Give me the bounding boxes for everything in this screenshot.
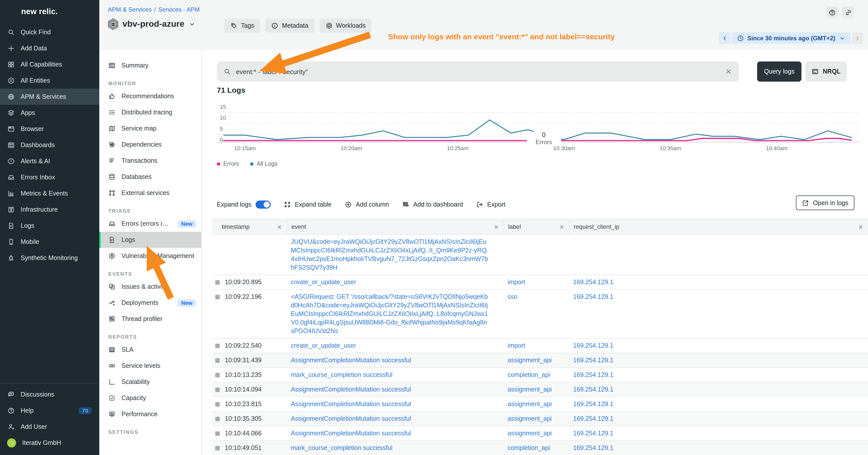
global-nav-item-apps[interactable]: Apps — [0, 105, 99, 121]
column-header-timestamp[interactable]: timestamp — [212, 219, 287, 234]
log-search-input[interactable]: event:* -"label":"security" — [217, 62, 739, 82]
query-logs-button[interactable]: Query logs — [757, 62, 802, 82]
entity-nav-item-distributed-tracing[interactable]: Distributed tracing — [99, 104, 201, 121]
entity-nav-item-dependencies[interactable]: Dependencies — [99, 136, 201, 153]
column-header-event[interactable]: event — [287, 219, 503, 234]
event-link[interactable]: AssignmentCompletionMutation successful — [291, 386, 411, 393]
logs-timeseries-chart[interactable]: 15105010:15am10:20am10:25am10:30am10:35a… — [217, 102, 862, 153]
entity-nav-item-thread-profiler[interactable]: Thread profiler — [99, 311, 201, 327]
global-nav-item-dashboards[interactable]: Dashboards — [0, 137, 99, 153]
global-nav-item-all-capabilities[interactable]: All Capabilities — [0, 57, 99, 72]
request-client-ip-link[interactable]: 169.254.129.1 — [573, 386, 614, 393]
remove-column-event-icon[interactable] — [494, 224, 499, 229]
row-handle[interactable] — [215, 388, 220, 392]
global-nav-item-all-entities[interactable]: All Entities — [0, 72, 99, 89]
event-link[interactable]: JUQVU&code=eyJraWQiOiJjcGltY29yZV8wOTl1M… — [291, 238, 489, 271]
tags-button[interactable]: Tags — [224, 19, 260, 33]
open-in-logs-button[interactable]: Open in logs — [796, 195, 855, 210]
event-link[interactable]: create_or_update_user — [291, 342, 356, 349]
entity-nav-item-vulnerability-management[interactable]: Vulnerability Management — [99, 248, 201, 264]
global-nav-item-help[interactable]: Help70 — [0, 402, 99, 419]
log-row[interactable]: 10:10:23.815AssignmentCompletionMutation… — [212, 397, 868, 412]
event-link[interactable]: create_or_update_user — [291, 279, 356, 286]
entity-nav-item-recommendations[interactable]: Recommendations — [99, 88, 201, 104]
global-nav-item-mobile[interactable]: Mobile — [0, 234, 99, 250]
export-button[interactable]: Export — [476, 201, 505, 208]
expand-logs-toggle[interactable] — [255, 200, 271, 208]
add-column-button[interactable]: Add column — [345, 201, 389, 208]
entity-nav-item-scalability[interactable]: Scalability — [99, 374, 201, 390]
nrql-button[interactable]: NRQL — [806, 62, 847, 82]
global-nav-item-alerts-ai[interactable]: Alerts & AI — [0, 153, 99, 169]
label-link[interactable]: assignment_api — [507, 386, 552, 393]
expand-table-button[interactable]: Expand table — [284, 201, 332, 208]
event-link[interactable]: AssignmentCompletionMutation successful — [291, 430, 411, 437]
log-row[interactable]: 10:10:49.051mark_course_completion succe… — [212, 441, 868, 455]
copy-link-button[interactable] — [842, 6, 854, 18]
global-nav-item-errors-inbox[interactable]: Errors Inbox — [0, 169, 99, 186]
entity-nav-item-databases[interactable]: Databases — [99, 169, 201, 185]
global-nav-item-infrastructure[interactable]: Infrastructure — [0, 201, 99, 218]
request-client-ip-link[interactable]: 169.254.129.1 — [573, 342, 614, 349]
event-link[interactable]: mark_course_completion successful — [291, 445, 393, 452]
time-back-button[interactable] — [718, 32, 731, 44]
expand-logs-control[interactable]: Expand logs — [217, 200, 271, 208]
request-client-ip-link[interactable]: 169.254.129.1 — [573, 371, 614, 379]
global-nav-item-metrics-events[interactable]: Metrics & Events — [0, 186, 99, 201]
column-header-request-client-ip[interactable]: request_client_ip — [569, 219, 868, 234]
row-handle[interactable] — [215, 431, 220, 436]
entity-nav-item-transactions[interactable]: Transactions — [99, 153, 201, 169]
label-link[interactable]: assignment_api — [507, 430, 552, 437]
entity-nav-item-service-map[interactable]: Service map — [99, 121, 201, 136]
entity-nav-item-sla[interactable]: SLA — [99, 342, 201, 358]
global-nav-item-browser[interactable]: Browser — [0, 121, 99, 137]
global-nav-item-logs[interactable]: Logs — [0, 218, 99, 234]
new-relic-logo[interactable]: new relic. — [0, 0, 99, 24]
log-row[interactable]: 10:09:31.439AssignmentCompletionMutation… — [212, 353, 868, 368]
event-link[interactable]: AssignmentCompletionMutation successful — [291, 357, 411, 364]
row-handle[interactable] — [215, 280, 220, 285]
entity-nav-item-issues-activity[interactable]: Issues & activity — [99, 279, 201, 295]
label-link[interactable]: sso — [507, 293, 518, 300]
event-link[interactable]: mark_course_completion successful — [291, 371, 393, 379]
request-client-ip-link[interactable]: 169.254.129.1 — [573, 279, 614, 286]
breadcrumb-apm-services[interactable]: APM & Services — [108, 6, 152, 13]
log-row[interactable]: 10:10:44.066AssignmentCompletionMutation… — [212, 426, 868, 441]
workloads-button[interactable]: Workloads — [319, 19, 372, 33]
request-client-ip-link[interactable]: 169.254.129.1 — [573, 445, 614, 452]
entity-nav-item-errors-errors-inb[interactable]: Errors (errors inb...New — [99, 216, 201, 232]
clear-search-icon[interactable] — [725, 68, 732, 75]
log-row[interactable]: 10:09:20.895create_or_update_userimport1… — [212, 275, 868, 290]
event-link[interactable]: AssignmentCompletionMutation successful — [291, 415, 411, 422]
log-row[interactable]: JUQVU&code=eyJraWQiOiJjcGltY29yZV8wOTl1M… — [212, 235, 868, 275]
request-client-ip-link[interactable]: 169.254.129.1 — [573, 293, 614, 300]
global-nav-item-iterativ-gmbh[interactable]: Iterativ GmbH — [0, 435, 99, 451]
row-handle[interactable] — [215, 402, 220, 407]
request-client-ip-link[interactable]: 169.254.129.1 — [573, 430, 614, 437]
global-nav-item-quick-find[interactable]: Quick Find — [0, 24, 99, 40]
row-handle[interactable] — [215, 446, 220, 451]
label-link[interactable]: assignment_api — [507, 400, 552, 408]
remove-column-label-icon[interactable] — [559, 224, 564, 229]
row-handle[interactable] — [215, 344, 220, 348]
label-link[interactable]: import — [507, 342, 525, 349]
legend-item-all-logs[interactable]: All Logs — [250, 161, 278, 167]
entity-nav-item-logs[interactable]: Logs — [99, 232, 201, 248]
event-link[interactable]: <ASGIRequest: GET '/sso/callback/?state=… — [291, 293, 488, 334]
time-range-dropdown[interactable]: Since 30 minutes ago (GMT+2) — [732, 32, 851, 44]
global-nav-item-apm-services[interactable]: APM & Services — [0, 89, 99, 105]
global-nav-item-discussions[interactable]: Discussions — [0, 387, 99, 402]
row-handle[interactable] — [215, 417, 220, 421]
event-link[interactable]: AssignmentCompletionMutation successful — [291, 400, 411, 408]
label-link[interactable]: import — [507, 279, 525, 286]
global-nav-item-add-data[interactable]: Add Data — [0, 40, 99, 57]
log-row[interactable]: 10:09:22.540create_or_update_userimport1… — [212, 338, 868, 353]
global-nav-item-more[interactable] — [0, 266, 99, 282]
request-client-ip-link[interactable]: 169.254.129.1 — [573, 357, 614, 364]
request-client-ip-link[interactable]: 169.254.129.1 — [573, 400, 614, 408]
log-row[interactable]: 10:10:14.094AssignmentCompletionMutation… — [212, 383, 868, 397]
label-link[interactable]: completion_api — [507, 371, 550, 379]
column-header-label[interactable]: label — [503, 219, 569, 234]
label-link[interactable]: assignment_api — [507, 415, 552, 422]
favorite-star-icon[interactable] — [203, 21, 210, 28]
